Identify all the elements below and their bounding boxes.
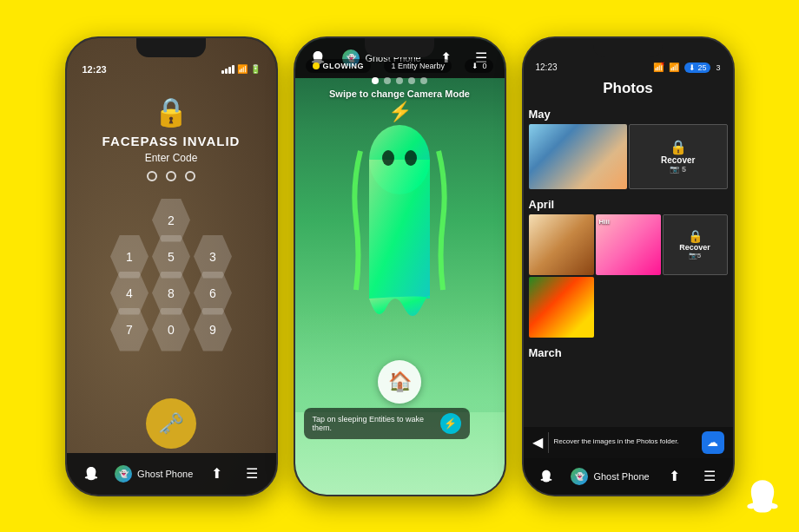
battery-icon: 🔋	[250, 64, 261, 74]
bottom-bar-1: 👻 Ghost Phone ⬆ ☰	[67, 453, 276, 495]
lock-icon-recover-may: 🔒	[670, 139, 687, 155]
april-grid: Hiii 🔒 Recover 📷5	[529, 214, 728, 338]
month-march: March	[529, 343, 728, 363]
may-grid: 🔒 Recover 📷 5	[529, 124, 728, 189]
status-bar-3: 12:23 📶✕ 📶 ⬇ 25 3	[524, 38, 733, 76]
enter-code-label: Enter Code	[145, 152, 198, 164]
photos-header: Photos	[524, 76, 733, 104]
svg-point-3	[405, 150, 417, 166]
status-right-3: 📶✕ 📶 ⬇ 25 3	[653, 62, 720, 73]
phone-3: 12:23 📶✕ 📶 ⬇ 25 3	[522, 36, 735, 496]
phone-2: GLOWING 1 Entity Nearby ⬇ 0	[294, 36, 506, 496]
facepass-title: FACEPASS INVALID	[102, 134, 241, 148]
top-bar-2: GLOWING 1 Entity Nearby ⬇ 0	[295, 59, 505, 73]
status-icons-1: 📶 🔋	[221, 64, 261, 74]
photo-april-2[interactable]: Hiii	[596, 214, 661, 275]
phone-1: 12:23 📶 🔋 🔒 FACEPASS	[65, 36, 278, 496]
lock-icon-recover-april: 🔒	[688, 229, 703, 243]
home-button[interactable]: 🏠	[378, 360, 421, 404]
photo-april-1[interactable]	[529, 214, 594, 275]
app-name-1: Ghost Phone	[137, 469, 193, 479]
app-container: 12:23 📶 🔋 🔒 FACEPASS	[0, 0, 799, 532]
recover-label-may: Recover	[661, 155, 695, 165]
recover-count-may: 📷 5	[670, 165, 686, 174]
signal-icon	[221, 65, 234, 74]
progress-dots	[295, 77, 505, 84]
wifi-icon: 📶	[237, 64, 248, 74]
bottom-app-info-3: 👻 Ghost Phone	[571, 468, 649, 485]
dot-1	[372, 77, 379, 84]
download-badge-3: ⬇ 25	[684, 62, 710, 73]
download-icon-3: ⬇	[689, 63, 696, 72]
month-may: May	[529, 104, 728, 124]
glowing-text: GLOWING	[323, 62, 365, 70]
share-icon-1[interactable]: ⬆	[207, 463, 228, 484]
recovery-message: Recover the images in the Photos folder.	[554, 437, 697, 446]
ghost-phone-icon-1: 👻	[115, 465, 132, 483]
recover-label-april: Recover	[679, 243, 710, 252]
recovery-banner: ◀ Recover the images in the Photos folde…	[524, 427, 733, 458]
code-dot-1	[147, 171, 157, 181]
status-bar-1: 12:23 📶 🔋	[67, 38, 276, 80]
time-display-3: 12:23	[536, 62, 558, 72]
back-arrow-icon[interactable]: ◀	[532, 434, 543, 450]
download-badge: ⬇ 0	[465, 59, 493, 73]
download-icon-2: ⬇	[472, 62, 479, 70]
hex-keypad: 2 1 5 3 4 8 6 7	[93, 199, 249, 372]
lock-icon-large: 🔒	[154, 95, 188, 128]
photo-april-recover[interactable]: 🔒 Recover 📷5	[663, 214, 728, 275]
cloud-icon[interactable]: ☁	[702, 431, 724, 454]
code-dot-2	[166, 171, 176, 181]
glowing-badge: GLOWING	[306, 59, 372, 73]
snapchat-icon-3[interactable]	[536, 466, 557, 487]
signal-crossed-icon: 📶✕	[653, 62, 664, 72]
glowing-dot	[313, 62, 320, 69]
photo-may-1[interactable]	[529, 124, 628, 189]
menu-icon-3[interactable]: ☰	[699, 466, 720, 487]
dot-4	[408, 77, 415, 84]
dot-2	[384, 77, 391, 84]
photos-count-badge: 3	[716, 63, 720, 72]
photos-scroll[interactable]: May 🔒 Recover 📷 5 April	[524, 104, 733, 427]
code-dot-3	[185, 171, 195, 181]
keypad-0[interactable]: 0	[152, 308, 190, 351]
svg-rect-1	[369, 160, 430, 299]
svg-point-2	[382, 150, 394, 166]
swipe-instruction: Swipe to change Camera Mode	[295, 89, 505, 99]
tap-icon: ⚡	[440, 413, 461, 434]
code-dots	[147, 171, 195, 181]
month-april: April	[529, 194, 728, 214]
recover-count-april: 📷5	[689, 252, 701, 259]
divider	[548, 432, 549, 453]
tap-message: Tap on sleeping Entities to wake them. ⚡	[304, 408, 470, 439]
wifi-icon-3: 📶	[669, 62, 679, 72]
dot-5	[420, 77, 427, 84]
snapchat-icon-1[interactable]	[81, 463, 102, 484]
menu-icon-1[interactable]: ☰	[241, 463, 262, 484]
ghost-phone-icon-3: 👻	[571, 468, 588, 485]
keypad-9[interactable]: 9	[194, 308, 232, 351]
snapchat-logo	[743, 478, 782, 520]
keypad-7[interactable]: 7	[110, 308, 149, 351]
key-button[interactable]: 🗝️	[146, 398, 196, 449]
app-name-3: Ghost Phone	[593, 471, 649, 482]
lightning-icon: ⚡	[388, 101, 412, 123]
entity-badge: 1 Entity Nearby	[384, 59, 452, 73]
photo-april-3[interactable]	[529, 277, 594, 338]
phones-row: 12:23 📶 🔋 🔒 FACEPASS	[65, 36, 735, 496]
time-display-1: 12:23	[83, 64, 107, 75]
share-icon-3[interactable]: ⬆	[664, 466, 685, 487]
dot-3	[396, 77, 403, 84]
photo-may-recover[interactable]: 🔒 Recover 📷 5	[629, 124, 728, 189]
bottom-bar-3: 👻 Ghost Phone ⬆ ☰	[524, 458, 733, 495]
bottom-app-info-1: 👻 Ghost Phone	[115, 465, 193, 483]
